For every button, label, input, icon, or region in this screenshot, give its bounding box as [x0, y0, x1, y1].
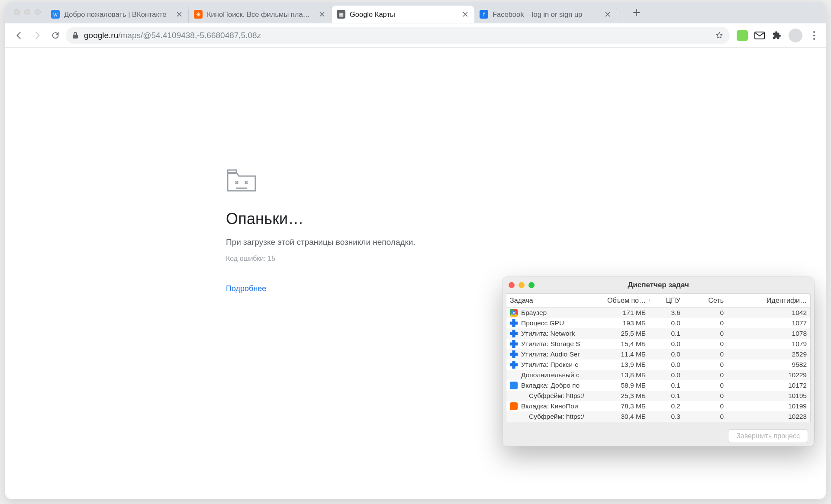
task-manager-titlebar[interactable]: Диспетчер задач	[502, 277, 814, 293]
table-row[interactable]: Дополнительный с13,8 МБ0.0010229	[506, 370, 810, 380]
traffic-minimize-icon[interactable]	[24, 9, 30, 15]
vk-icon	[510, 382, 518, 389]
vk-favicon-icon: w	[51, 10, 60, 19]
svg-rect-0	[73, 35, 78, 39]
col-header-task[interactable]: Задача	[506, 297, 602, 305]
tab-separator	[621, 7, 621, 18]
chrome-menu-button[interactable]	[808, 31, 820, 40]
cell-mem: 25,3 МБ	[602, 392, 649, 400]
tab-facebook[interactable]: f Facebook – log in or sign up	[474, 6, 617, 23]
cell-cpu: 0.1	[649, 392, 684, 400]
omnibox[interactable]: google.ru/maps/@54.4109438,-5.6680487,5.…	[66, 27, 730, 44]
close-tab-icon[interactable]	[461, 10, 469, 18]
table-row[interactable]: Субфрейм: https:/30,4 МБ0.3010223	[506, 411, 810, 422]
task-manager-footer: Завершить процесс	[502, 426, 814, 446]
tab-vk[interactable]: w Добро пожаловать | ВКонтакте	[46, 6, 189, 23]
cell-id: 1042	[727, 309, 810, 317]
forward-button[interactable]	[29, 28, 45, 43]
svg-point-3	[813, 35, 815, 36]
task-name: Вкладка: КиноПои	[521, 402, 578, 410]
traffic-zoom-icon[interactable]	[35, 9, 41, 15]
extension-1-icon[interactable]	[737, 30, 748, 41]
table-row[interactable]: Утилита: Прокси-с13,9 МБ0.009582	[506, 360, 810, 370]
task-name: Утилита: Storage S	[521, 340, 580, 348]
cell-net: 0	[684, 361, 727, 369]
cell-net: 0	[684, 392, 727, 400]
minimize-window-icon[interactable]	[519, 282, 525, 288]
cell-mem: 193 МБ	[602, 319, 649, 327]
cell-task: Субфрейм: https:/	[506, 413, 602, 421]
task-manager-title: Диспетчер задач	[628, 281, 689, 289]
ext-icon	[510, 319, 518, 327]
table-header-row[interactable]: Задача Объем по… ЦПУ Сеть Идентифи…	[506, 294, 810, 308]
cell-id: 10229	[727, 371, 810, 379]
cell-cpu: 0.0	[649, 350, 684, 358]
cell-id: 2529	[727, 350, 810, 358]
cell-cpu: 0.0	[649, 319, 684, 327]
zoom-window-icon[interactable]	[528, 282, 535, 288]
close-tab-icon[interactable]	[604, 10, 612, 18]
error-code: Код ошибки: 15	[226, 255, 503, 263]
table-row[interactable]: Вкладка: КиноПои78,3 МБ0.2010199	[506, 401, 810, 411]
cell-net: 0	[684, 330, 727, 337]
svg-rect-5	[228, 170, 236, 173]
cell-mem: 13,9 МБ	[602, 361, 649, 369]
cell-id: 9582	[727, 361, 810, 369]
cell-task: Вкладка: КиноПои	[506, 402, 602, 410]
tab-title: Добро пожаловать | ВКонтакте	[64, 10, 171, 19]
svg-point-4	[813, 38, 815, 40]
cell-net: 0	[684, 402, 727, 410]
cell-id: 1078	[727, 330, 810, 337]
col-header-id[interactable]: Идентифи…	[727, 297, 810, 305]
cell-task: Браузер	[506, 309, 602, 317]
cell-task: Утилита: Network	[506, 330, 602, 337]
error-learn-more-link[interactable]: Подробнее	[226, 284, 503, 293]
extension-mail-icon[interactable]	[754, 30, 765, 41]
cell-task: Утилита: Storage S	[506, 340, 602, 348]
task-name: Субфрейм: https:/	[529, 413, 584, 421]
table-body: Браузер171 МБ3.601042Процесс GPU193 МБ0.…	[506, 308, 810, 422]
end-process-button[interactable]: Завершить процесс	[728, 429, 808, 443]
cell-mem: 13,8 МБ	[602, 371, 649, 379]
bookmark-star-icon[interactable]	[715, 31, 724, 40]
reload-button[interactable]	[48, 28, 63, 43]
close-tab-icon[interactable]	[318, 10, 326, 18]
cell-mem: 171 МБ	[602, 309, 649, 317]
new-tab-button[interactable]	[629, 5, 644, 20]
kinopoisk-favicon-icon: ✳	[194, 10, 203, 19]
svg-point-2	[813, 31, 815, 33]
cell-task: Дополнительный с	[506, 371, 602, 379]
table-row[interactable]: Утилита: Network25,5 МБ0.101078	[506, 328, 810, 339]
profile-avatar[interactable]	[789, 29, 802, 42]
url-text: google.ru/maps/@54.4109438,-5.6680487,5.…	[84, 31, 710, 40]
lock-icon[interactable]	[72, 32, 79, 39]
cell-net: 0	[684, 382, 727, 389]
tab-title: Google Карты	[350, 10, 457, 19]
cell-cpu: 0.1	[649, 330, 684, 337]
tab-google-maps[interactable]: ▦ Google Карты	[332, 6, 474, 23]
extensions-puzzle-icon[interactable]	[771, 30, 783, 41]
cell-task: Процесс GPU	[506, 319, 602, 327]
close-tab-icon[interactable]	[175, 10, 183, 18]
cell-mem: 30,4 МБ	[602, 413, 649, 421]
col-header-cpu[interactable]: ЦПУ	[649, 297, 684, 305]
traffic-close-icon[interactable]	[14, 9, 20, 15]
back-button[interactable]	[11, 28, 27, 43]
close-window-icon[interactable]	[509, 282, 515, 288]
table-row[interactable]: Вкладка: Добро по58,9 МБ0.1010172	[506, 380, 810, 391]
table-row[interactable]: Субфрейм: https:/25,3 МБ0.1010195	[506, 391, 810, 401]
cell-net: 0	[684, 309, 727, 317]
table-row[interactable]: Браузер171 МБ3.601042	[506, 308, 810, 318]
cell-cpu: 3.6	[649, 309, 684, 317]
cell-net: 0	[684, 340, 727, 348]
col-header-memory[interactable]: Объем по…	[602, 297, 649, 305]
cell-mem: 78,3 МБ	[602, 402, 649, 410]
table-row[interactable]: Утилита: Audio Ser11,4 МБ0.002529	[506, 349, 810, 360]
google-maps-favicon-icon: ▦	[337, 10, 345, 19]
table-row[interactable]: Утилита: Storage S15,4 МБ0.001079	[506, 339, 810, 349]
table-row[interactable]: Процесс GPU193 МБ0.001077	[506, 318, 810, 328]
col-header-network[interactable]: Сеть	[684, 297, 727, 305]
cell-id: 1077	[727, 319, 810, 327]
cell-net: 0	[684, 371, 727, 379]
tab-kinopoisk[interactable]: ✳ КиноПоиск. Все фильмы планеты	[189, 6, 332, 23]
